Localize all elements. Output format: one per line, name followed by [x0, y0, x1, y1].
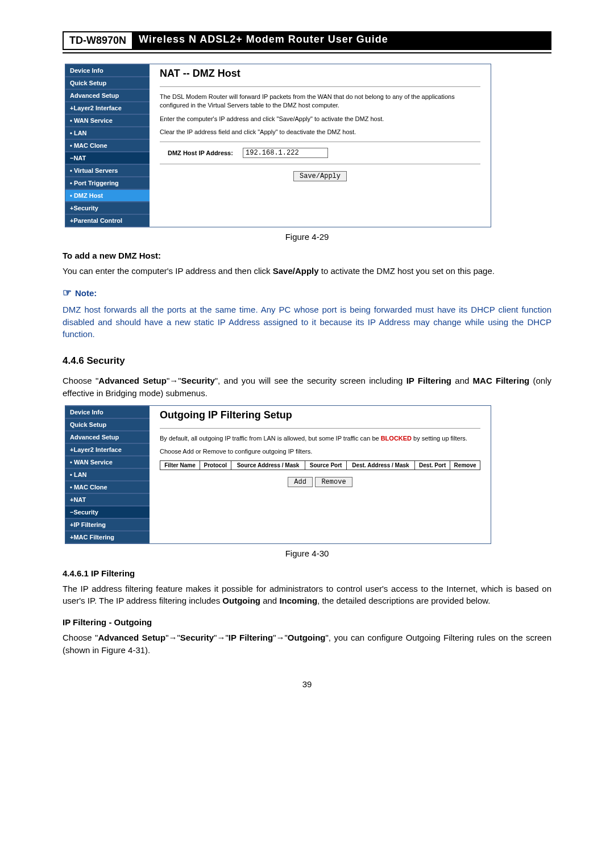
- column-header: Protocol: [200, 461, 231, 470]
- sidebar-item[interactable]: • LAN: [65, 468, 150, 481]
- panel-title: NAT -- DMZ Host: [160, 68, 480, 80]
- subhead: To add a new DMZ Host:: [63, 251, 551, 260]
- sidebar-item[interactable]: +MAC Filtering: [65, 531, 150, 543]
- divider: [160, 86, 480, 87]
- page-number: 39: [63, 679, 551, 689]
- column-header: Dest. Port: [415, 461, 450, 470]
- sidebar-item[interactable]: Advanced Setup: [65, 89, 150, 102]
- paragraph: Choose "Advanced Setup"→"Security", and …: [63, 375, 551, 400]
- figure-caption: Figure 4-30: [63, 549, 551, 558]
- screenshot-ipfilter: Device InfoQuick SetupAdvanced Setup+Lay…: [65, 405, 491, 544]
- sidebar-item[interactable]: Advanced Setup: [65, 431, 150, 443]
- sidebar-item[interactable]: • DMZ Host: [65, 189, 150, 202]
- paragraph: You can enter the computer's IP address …: [63, 265, 551, 277]
- column-header: Remove: [450, 461, 480, 470]
- sidebar-item[interactable]: • LAN: [65, 127, 150, 139]
- figure-caption: Figure 4-29: [63, 232, 551, 242]
- note-body: DMZ host forwards all the ports at the s…: [63, 304, 551, 340]
- save-apply-button[interactable]: Save/Apply: [293, 171, 347, 181]
- filter-table: Filter NameProtocolSource Address / Mask…: [160, 460, 480, 470]
- desc-text: Enter the computer's IP address and clic…: [160, 115, 480, 123]
- divider: [160, 428, 480, 429]
- desc-text: Clear the IP address field and click "Ap…: [160, 128, 480, 136]
- sidebar-item[interactable]: −NAT: [65, 152, 150, 164]
- divider: [160, 164, 480, 164]
- sidebar-item[interactable]: Quick Setup: [65, 418, 150, 431]
- sidebar-item[interactable]: • MAC Clone: [65, 139, 150, 152]
- sidebar-item[interactable]: • WAN Service: [65, 456, 150, 468]
- sidebar-item[interactable]: +IP Filtering: [65, 518, 150, 531]
- panel-title: Outgoing IP Filtering Setup: [160, 409, 480, 421]
- divider: [160, 142, 480, 142]
- sidebar-item[interactable]: +NAT: [65, 493, 150, 506]
- sidebar: Device InfoQuick SetupAdvanced Setup+Lay…: [65, 406, 150, 543]
- content-pane: Outgoing IP Filtering Setup By default, …: [150, 406, 491, 543]
- sidebar-item[interactable]: • Port Triggering: [65, 177, 150, 189]
- field-label: DMZ Host IP Address:: [168, 149, 236, 156]
- header-rule: [63, 52, 551, 53]
- sidebar-item[interactable]: +Security: [65, 202, 150, 214]
- doc-header: TD-W8970N Wireless N ADSL2+ Modem Router…: [63, 31, 551, 50]
- sidebar-item[interactable]: −Security: [65, 506, 150, 518]
- desc-text: The DSL Modem Router will forward IP pac…: [160, 93, 480, 110]
- column-header: Filter Name: [160, 461, 200, 470]
- model-badge: TD-W8970N: [63, 31, 132, 50]
- sidebar-item[interactable]: +Layer2 Interface: [65, 443, 150, 456]
- paragraph: The IP address filtering feature makes i…: [63, 583, 551, 608]
- doc-title: Wireless N ADSL2+ Modem Router User Guid…: [132, 31, 551, 50]
- subsection-heading: 4.4.6.1 IP Filtering: [63, 568, 551, 578]
- screenshot-dmz: Device InfoQuick SetupAdvanced Setup+Lay…: [65, 64, 491, 227]
- dmz-ip-input[interactable]: [243, 148, 328, 158]
- sidebar-item[interactable]: • Virtual Servers: [65, 164, 150, 177]
- add-button[interactable]: Add: [288, 477, 313, 487]
- sidebar-item[interactable]: • WAN Service: [65, 114, 150, 127]
- sidebar-item[interactable]: +Parental Control: [65, 214, 150, 227]
- column-header: Source Address / Mask: [231, 461, 305, 470]
- sidebar-item[interactable]: +Layer2 Interface: [65, 102, 150, 114]
- pointing-hand-icon: ☞: [63, 287, 72, 298]
- desc-text: By default, all outgoing IP traffic from…: [160, 434, 480, 443]
- section-heading: 4.4.6 Security: [63, 355, 551, 367]
- sidebar-item[interactable]: Device Info: [65, 406, 150, 418]
- sidebar-item[interactable]: Device Info: [65, 64, 150, 77]
- desc-text: Choose Add or Remove to configure outgoi…: [160, 447, 480, 456]
- column-header: Source Port: [305, 461, 346, 470]
- subsection-heading: IP Filtering - Outgoing: [63, 617, 551, 627]
- column-header: Dest. Address / Mask: [346, 461, 414, 470]
- sidebar-item[interactable]: • MAC Clone: [65, 481, 150, 493]
- paragraph: Choose "Advanced Setup"→"Security"→"IP F…: [63, 632, 551, 657]
- remove-button[interactable]: Remove: [315, 477, 352, 487]
- sidebar: Device InfoQuick SetupAdvanced Setup+Lay…: [65, 64, 150, 227]
- content-pane: NAT -- DMZ Host The DSL Modem Router wil…: [150, 64, 491, 227]
- sidebar-item[interactable]: Quick Setup: [65, 77, 150, 89]
- note-heading: ☞Note:: [63, 286, 551, 299]
